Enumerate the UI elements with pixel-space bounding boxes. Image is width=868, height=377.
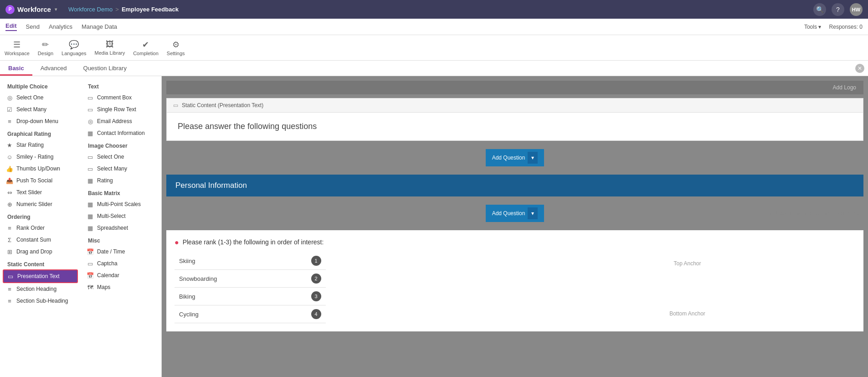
item-maps[interactable]: 🗺 Maps: [83, 281, 159, 293]
responses-label: Responses: 0: [829, 24, 863, 30]
constant-sum-label: Constant Sum: [16, 237, 51, 243]
date-time-icon: 📅: [86, 248, 94, 256]
app-logo-area[interactable]: P Workforce ▾: [5, 5, 65, 14]
toolbar-design[interactable]: ✏ Design: [38, 40, 53, 56]
add-question-1-dropdown[interactable]: ▾: [528, 152, 538, 164]
rank-item-3-label: Cycling: [179, 311, 199, 318]
nav-manage-data[interactable]: Manage Data: [82, 23, 117, 30]
item-calendar[interactable]: 📅 Calendar: [83, 269, 159, 281]
media-library-icon: 🖼: [106, 40, 114, 49]
section-subheading-label: Section Sub-Heading: [16, 298, 68, 304]
item-push-to-social[interactable]: 📤 Push To Social: [3, 175, 78, 186]
item-dropdown-menu[interactable]: ≡ Drop-down Menu: [3, 115, 78, 127]
extra-action-btns: ✔ Page Break ✔ Separator Split Block: [769, 211, 859, 217]
workspace-icon: ☰: [13, 40, 21, 50]
nav-send[interactable]: Send: [26, 23, 40, 30]
item-numeric-slider[interactable]: ⊕ Numeric Slider: [3, 198, 78, 210]
item-text-slider[interactable]: ⇔ Text Slider: [3, 186, 78, 198]
toolbar-settings[interactable]: ⚙ Settings: [167, 40, 185, 56]
item-date-time[interactable]: 📅 Date / Time: [83, 246, 159, 258]
separator-btn[interactable]: ✔ Separator: [804, 211, 832, 217]
item-image-select-many[interactable]: ▭ Select Many: [83, 163, 159, 175]
item-smiley-rating[interactable]: ☺ Smiley - Rating: [3, 151, 78, 163]
rank-item-2: Biking 3: [175, 288, 326, 305]
add-logo-label[interactable]: Add Logo: [833, 84, 856, 91]
item-presentation-text[interactable]: ▭ Presentation Text: [3, 269, 78, 283]
item-multi-point[interactable]: ▦ Multi-Point Scales: [83, 198, 159, 210]
item-single-row-text[interactable]: ▭ Single Row Text: [83, 103, 159, 115]
thumbs-updown-label: Thumbs Up/Down: [16, 165, 60, 172]
app-logo-icon: P: [5, 5, 15, 14]
presentation-text-label: Presentation Text: [17, 273, 60, 279]
second-nav-right: Tools ▾ Responses: 0: [804, 24, 863, 30]
design-icon: ✏: [42, 40, 49, 50]
rank-question-area: ● Please rank (1-3) the following in ord…: [166, 230, 863, 331]
drag-drop-label: Drag and Drop: [16, 248, 52, 255]
select-one-label: Select One: [16, 94, 43, 101]
toolbar-media-library[interactable]: 🖼 Media Library: [95, 40, 125, 56]
tab-question-library[interactable]: Question Library: [75, 62, 135, 76]
add-question-btn-1[interactable]: Add Question ▾: [486, 149, 544, 166]
section-subheading-icon: ≡: [5, 297, 14, 305]
toolbar-completion[interactable]: ✔ Completion: [133, 40, 159, 56]
item-image-rating[interactable]: ▦ Rating: [83, 175, 159, 186]
bottom-anchor-label: Bottom Anchor: [666, 307, 709, 320]
item-spreadsheet[interactable]: ▦ Spreadsheet: [83, 222, 159, 234]
spreadsheet-icon: ▦: [86, 224, 94, 232]
add-question-bar-1: Add Question ▾: [166, 145, 863, 171]
item-thumbs-updown[interactable]: 👍 Thumbs Up/Down: [3, 163, 78, 175]
toolbar-workspace[interactable]: ☰ Workspace: [5, 40, 30, 56]
item-rank-order[interactable]: ≡ Rank Order: [3, 222, 78, 234]
item-image-select-one[interactable]: ▭ Select One: [83, 151, 159, 163]
item-select-many[interactable]: ☑ Select Many: [3, 103, 78, 115]
tab-advanced[interactable]: Advanced: [32, 62, 75, 76]
toolbar-design-label: Design: [38, 51, 53, 56]
item-section-subheading[interactable]: ≡ Section Sub-Heading: [3, 295, 78, 307]
item-multi-select[interactable]: ▦ Multi-Select: [83, 210, 159, 222]
rank-order-label: Rank Order: [16, 225, 45, 231]
item-section-heading[interactable]: ≡ Section Heading: [3, 283, 78, 295]
add-question-2-dropdown[interactable]: ▾: [528, 207, 538, 219]
section-heading-text: Personal Information: [175, 181, 247, 190]
rank-bullet: ●: [175, 238, 179, 247]
image-select-one-icon: ▭: [86, 153, 94, 161]
split-block-btn[interactable]: Split Block: [836, 211, 859, 216]
user-avatar[interactable]: HW: [850, 3, 863, 16]
panel-col-2: Text ▭ Comment Box ▭ Single Row Text ◎ E…: [81, 80, 161, 307]
top-nav: P Workforce ▾ Workforce Demo > Employee …: [0, 0, 868, 19]
app-dropdown-arrow[interactable]: ▾: [55, 7, 57, 12]
page-break-btn[interactable]: ✔ Page Break: [769, 211, 801, 217]
completion-icon: ✔: [142, 40, 149, 50]
smiley-rating-label: Smiley - Rating: [16, 154, 53, 160]
search-icon-btn[interactable]: 🔍: [813, 3, 826, 16]
item-constant-sum[interactable]: Σ Constant Sum: [3, 234, 78, 246]
tab-close-btn[interactable]: ✕: [855, 64, 864, 73]
content-area: Add Logo ▭ Static Content (Presentation …: [162, 76, 868, 377]
item-comment-box[interactable]: ▭ Comment Box: [83, 92, 159, 103]
item-drag-drop[interactable]: ⊞ Drag and Drop: [3, 246, 78, 258]
star-rating-icon: ★: [5, 141, 14, 149]
add-question-btn-2[interactable]: Add Question ▾: [486, 205, 544, 222]
item-select-one[interactable]: ◎ Select One: [3, 92, 78, 103]
maps-icon: 🗺: [86, 283, 94, 291]
panel-columns: Multiple Choice ◎ Select One ☑ Select Ma…: [0, 80, 161, 307]
tools-btn[interactable]: Tools ▾: [804, 24, 821, 30]
rank-item-1-label: Snowboarding: [179, 275, 217, 282]
breadcrumb: Workforce Demo > Employee Feedback: [68, 6, 179, 13]
nav-edit[interactable]: Edit: [5, 22, 17, 31]
item-captcha[interactable]: ▭ Captcha: [83, 258, 159, 269]
toolbar-languages[interactable]: 💬 Languages: [62, 40, 86, 56]
help-icon-btn[interactable]: ?: [832, 3, 844, 16]
item-email-address[interactable]: ◎ Email Address: [83, 115, 159, 127]
item-star-rating[interactable]: ★ Star Rating: [3, 139, 78, 151]
maps-label: Maps: [97, 284, 110, 290]
section-basic-matrix-title: Basic Matrix: [83, 186, 159, 198]
breadcrumb-demo[interactable]: Workforce Demo: [68, 6, 113, 13]
item-contact-info[interactable]: ▦ Contact Information: [83, 127, 159, 139]
nav-analytics[interactable]: Analytics: [49, 23, 72, 30]
static-content-card: ▭ Static Content (Presentation Text) Ple…: [166, 98, 863, 141]
tab-basic[interactable]: Basic: [0, 62, 32, 76]
comment-box-icon: ▭: [86, 93, 94, 102]
second-nav: Edit Send Analytics Manage Data Tools ▾ …: [0, 19, 868, 35]
presentation-text-icon: ▭: [6, 272, 15, 280]
